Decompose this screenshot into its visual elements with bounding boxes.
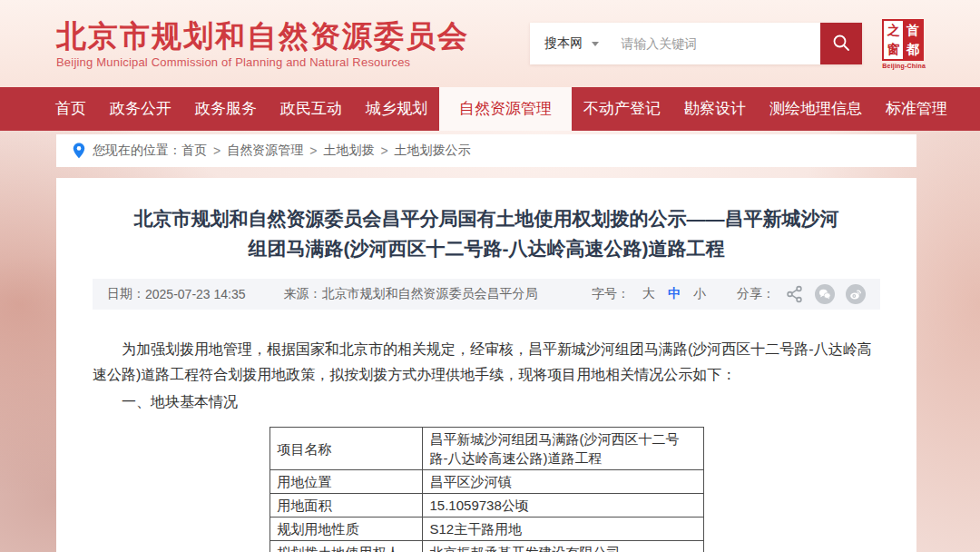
seal-char: 都 (903, 40, 922, 59)
source-label: 来源： (284, 286, 322, 302)
article-body: 为加强划拨用地管理，根据国家和北京市的相关规定，经审核，昌平新城沙河组团马满路(… (93, 337, 880, 415)
nav-item-standard-management[interactable]: 标准管理 (874, 87, 959, 131)
search-scope-select[interactable]: 搜本网 (530, 23, 612, 64)
font-size-small-button[interactable]: 小 (693, 286, 706, 302)
table-row: 项目名称 昌平新城沙河组团马满路(沙河西区十二号路-八达岭高速公路)道路工程 (270, 428, 703, 470)
table-value-cell: 昌平新城沙河组团马满路(沙河西区十二号路-八达岭高速公路)道路工程 (422, 428, 703, 470)
article-card: 北京市规划和自然资源委员会昌平分局国有土地使用权划拨的公示——昌平新城沙河组团马… (56, 178, 916, 552)
location-pin-icon (73, 143, 85, 159)
breadcrumb-item-land-allocation-notice[interactable]: 土地划拨公示 (395, 143, 471, 159)
site-logo[interactable]: 北京市规划和自然资源委员会 Beijing Municipal Commissi… (56, 19, 469, 69)
wechat-share-icon[interactable] (815, 284, 835, 304)
article-source: 北京市规划和自然资源委员会昌平分局 (322, 286, 538, 302)
breadcrumb-separator: > (213, 143, 220, 158)
breadcrumb-prefix: 您现在的位置： (93, 143, 181, 159)
nav-item-gov-services[interactable]: 政务服务 (183, 87, 269, 131)
nav-item-gov-affairs-open[interactable]: 政务公开 (98, 87, 183, 131)
weibo-share-icon[interactable] (846, 284, 866, 304)
nav-item-home[interactable]: 首页 (44, 87, 98, 131)
search-scope-label: 搜本网 (544, 35, 583, 52)
seal-char: 首 (903, 21, 922, 40)
table-label-cell: 用地位置 (270, 470, 422, 494)
search-icon (831, 33, 851, 55)
page-title: 北京市规划和自然资源委员会昌平分局国有土地使用权划拨的公示——昌平新城沙河组团马… (125, 203, 848, 263)
table-label-cell: 规划用地性质 (270, 518, 422, 541)
nav-item-surveying-geoinfo[interactable]: 测绘地理信息 (758, 87, 874, 131)
nav-item-survey-design[interactable]: 勘察设计 (672, 87, 758, 131)
breadcrumb-separator: > (380, 143, 387, 158)
breadcrumb-separator: > (309, 143, 317, 158)
table-value-cell: S12主干路用地 (422, 518, 703, 541)
breadcrumb: 您现在的位置： 首页 > 自然资源管理 > 土地划拨 > 土地划拨公示 (56, 134, 916, 167)
table-value-cell: 15.1059738公顷 (422, 494, 703, 518)
search-area: 搜本网 之 首 窗 都 Beijing-China (530, 19, 926, 69)
seal-char: 之 (884, 21, 903, 40)
nav-item-natural-resource-management[interactable]: 自然资源管理 (439, 87, 572, 131)
nav-item-urban-rural-planning[interactable]: 城乡规划 (354, 87, 439, 131)
main-nav: 首页 政务公开 政务服务 政民互动 城乡规划 自然资源管理 不动产登记 勘察设计… (0, 87, 980, 131)
date-label: 日期： (107, 286, 145, 302)
nav-item-public-interaction[interactable]: 政民互动 (269, 87, 354, 131)
land-info-table: 项目名称 昌平新城沙河组团马满路(沙河西区十二号路-八达岭高速公路)道路工程 用… (270, 427, 704, 552)
search-button[interactable] (820, 23, 862, 64)
font-size-large-button[interactable]: 大 (642, 286, 655, 302)
table-label-cell: 项目名称 (270, 428, 422, 470)
section-heading: 一、地块基本情况 (93, 389, 880, 415)
table-row: 用地位置 昌平区沙河镇 (270, 470, 703, 494)
font-size-medium-button[interactable]: 中 (668, 286, 681, 302)
table-value-cell: 北京振邦承基开发建设有限公司 (422, 541, 703, 552)
site-title-cn: 北京市规划和自然资源委员会 (56, 19, 469, 54)
article-meta-bar: 日期： 2025-07-23 14:35 来源： 北京市规划和自然资源委员会昌平… (93, 279, 880, 310)
table-value-cell: 昌平区沙河镇 (422, 470, 703, 494)
font-size-label: 字号： (592, 286, 630, 302)
share-label: 分享： (737, 286, 775, 302)
search-input[interactable] (612, 23, 820, 64)
article-date: 2025-07-23 14:35 (145, 287, 246, 301)
breadcrumb-item-natural-resources[interactable]: 自然资源管理 (227, 143, 303, 159)
table-row: 规划用地性质 S12主干路用地 (270, 518, 703, 541)
search-box: 搜本网 (530, 23, 862, 64)
site-title-en: Beijing Municipal Commission of Planning… (56, 55, 469, 69)
table-row: 拟划拨土地使用权人 北京振邦承基开发建设有限公司 (270, 541, 703, 552)
share-nodes-icon[interactable] (786, 285, 804, 303)
beijing-china-seal-logo[interactable]: 之 首 窗 都 Beijing-China (882, 19, 926, 69)
seal-caption: Beijing-China (882, 63, 926, 69)
seal-grid: 之 首 窗 都 (882, 19, 924, 61)
table-label-cell: 拟划拨土地使用权人 (270, 541, 422, 552)
nav-item-real-estate-registration[interactable]: 不动产登记 (572, 87, 672, 131)
meta-controls: 字号： 大 中 小 分享： (592, 284, 866, 304)
breadcrumb-item-land-allocation[interactable]: 土地划拨 (323, 143, 374, 159)
breadcrumb-item-home[interactable]: 首页 (181, 143, 207, 159)
seal-char: 窗 (884, 40, 903, 59)
table-row: 用地面积 15.1059738公顷 (270, 494, 703, 518)
chevron-down-icon (592, 42, 599, 46)
table-label-cell: 用地面积 (270, 494, 422, 518)
site-header: 北京市规划和自然资源委员会 Beijing Municipal Commissi… (0, 0, 980, 87)
article-paragraph: 为加强划拨用地管理，根据国家和北京市的相关规定，经审核，昌平新城沙河组团马满路(… (93, 337, 880, 388)
